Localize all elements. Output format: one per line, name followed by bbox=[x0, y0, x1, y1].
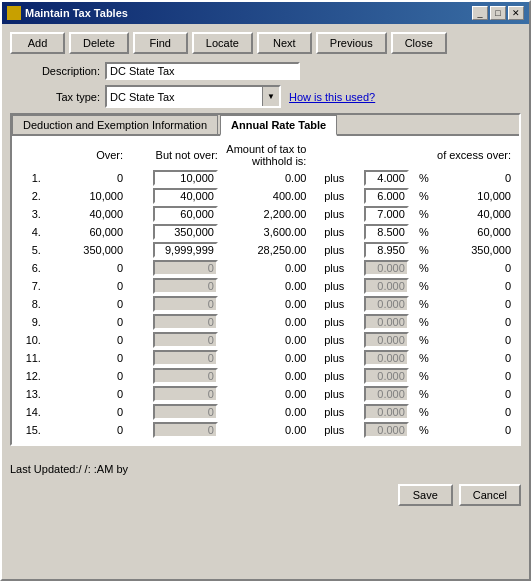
plus-label: plus bbox=[309, 313, 347, 331]
over-value: 0 bbox=[44, 421, 126, 439]
rate-input[interactable] bbox=[364, 224, 409, 240]
row-number: 1. bbox=[17, 169, 44, 187]
percent-sign: % bbox=[412, 241, 432, 259]
table-row: 1. 0 0.00 plus % 0 bbox=[17, 169, 514, 187]
excess-value: 0 bbox=[432, 259, 514, 277]
previous-button[interactable]: Previous bbox=[316, 32, 387, 54]
plus-label: plus bbox=[309, 259, 347, 277]
over-value: 0 bbox=[44, 331, 126, 349]
rate-table: Over: But not over: Amount of tax to wit… bbox=[17, 141, 514, 439]
plus-label: plus bbox=[309, 421, 347, 439]
percent-sign: % bbox=[412, 385, 432, 403]
plus-label: plus bbox=[309, 187, 347, 205]
but-not-input[interactable] bbox=[153, 242, 218, 258]
plus-label: plus bbox=[309, 367, 347, 385]
but-not-input[interactable] bbox=[153, 206, 218, 222]
tab-rate[interactable]: Annual Rate Table bbox=[220, 115, 337, 136]
col-num-header bbox=[17, 141, 44, 169]
over-value: 40,000 bbox=[44, 205, 126, 223]
excess-value: 40,000 bbox=[432, 205, 514, 223]
footer-buttons: Save Cancel bbox=[2, 479, 529, 511]
row-number: 10. bbox=[17, 331, 44, 349]
app-icon bbox=[7, 6, 21, 20]
window-controls: _ □ ✕ bbox=[472, 6, 524, 20]
find-button[interactable]: Find bbox=[133, 32, 188, 54]
locate-button[interactable]: Locate bbox=[192, 32, 253, 54]
but-not-input[interactable] bbox=[153, 224, 218, 240]
but-not-input bbox=[153, 296, 218, 312]
delete-button[interactable]: Delete bbox=[69, 32, 129, 54]
status-bar: Last Updated: / / : : AM by bbox=[2, 459, 529, 479]
minimize-button[interactable]: _ bbox=[472, 6, 488, 20]
description-row: Description: bbox=[10, 62, 521, 80]
rate-input bbox=[364, 332, 409, 348]
over-value: 0 bbox=[44, 169, 126, 187]
row-number: 8. bbox=[17, 295, 44, 313]
but-not-input[interactable] bbox=[153, 170, 218, 186]
excess-value: 0 bbox=[432, 169, 514, 187]
table-row: 8. 0 0.00 plus % 0 bbox=[17, 295, 514, 313]
rate-input bbox=[364, 260, 409, 276]
table-row: 7. 0 0.00 plus % 0 bbox=[17, 277, 514, 295]
description-input[interactable] bbox=[105, 62, 300, 80]
tab-deduction[interactable]: Deduction and Exemption Information bbox=[12, 115, 218, 134]
row-number: 15. bbox=[17, 421, 44, 439]
col-rate-header bbox=[347, 141, 411, 169]
percent-sign: % bbox=[412, 223, 432, 241]
table-row: 5. 350,000 28,250.00 plus % 350,000 bbox=[17, 241, 514, 259]
select-arrow-icon[interactable]: ▼ bbox=[262, 87, 279, 106]
toolbar: Add Delete Find Locate Next Previous Clo… bbox=[10, 32, 521, 54]
percent-sign: % bbox=[412, 403, 432, 421]
percent-sign: % bbox=[412, 277, 432, 295]
percent-sign: % bbox=[412, 187, 432, 205]
percent-sign: % bbox=[412, 313, 432, 331]
rate-input[interactable] bbox=[364, 206, 409, 222]
table-row: 3. 40,000 2,200.00 plus % 40,000 bbox=[17, 205, 514, 223]
col-pct-header bbox=[412, 141, 432, 169]
save-button[interactable]: Save bbox=[398, 484, 453, 506]
cancel-button[interactable]: Cancel bbox=[459, 484, 521, 506]
row-number: 11. bbox=[17, 349, 44, 367]
rate-input[interactable] bbox=[364, 242, 409, 258]
table-row: 15. 0 0.00 plus % 0 bbox=[17, 421, 514, 439]
rate-input bbox=[364, 278, 409, 294]
last-updated-by: by bbox=[116, 463, 128, 475]
plus-label: plus bbox=[309, 169, 347, 187]
close-button[interactable]: ✕ bbox=[508, 6, 524, 20]
title-bar: Maintain Tax Tables _ □ ✕ bbox=[2, 2, 529, 24]
rate-input[interactable] bbox=[364, 170, 409, 186]
over-value: 0 bbox=[44, 313, 126, 331]
add-button[interactable]: Add bbox=[10, 32, 65, 54]
excess-value: 0 bbox=[432, 385, 514, 403]
rate-input bbox=[364, 422, 409, 438]
table-row: 13. 0 0.00 plus % 0 bbox=[17, 385, 514, 403]
over-value: 0 bbox=[44, 349, 126, 367]
row-number: 6. bbox=[17, 259, 44, 277]
restore-button[interactable]: □ bbox=[490, 6, 506, 20]
row-number: 5. bbox=[17, 241, 44, 259]
window-title: Maintain Tax Tables bbox=[25, 7, 128, 19]
last-updated-time: : : bbox=[88, 463, 97, 475]
excess-value: 10,000 bbox=[432, 187, 514, 205]
rate-input bbox=[364, 386, 409, 402]
col-amount-header: Amount of tax to withhold is: bbox=[221, 141, 310, 169]
over-value: 0 bbox=[44, 385, 126, 403]
tax-type-label: Tax type: bbox=[10, 91, 100, 103]
but-not-input[interactable] bbox=[153, 188, 218, 204]
close-toolbar-button[interactable]: Close bbox=[391, 32, 447, 54]
last-updated-label: Last Updated: bbox=[10, 463, 79, 475]
percent-sign: % bbox=[412, 331, 432, 349]
excess-value: 60,000 bbox=[432, 223, 514, 241]
tax-type-select[interactable]: DC State Tax bbox=[107, 90, 262, 104]
over-value: 350,000 bbox=[44, 241, 126, 259]
next-button[interactable]: Next bbox=[257, 32, 312, 54]
how-is-used-link[interactable]: How is this used? bbox=[289, 91, 375, 103]
but-not-input bbox=[153, 314, 218, 330]
plus-label: plus bbox=[309, 385, 347, 403]
window-content: Add Delete Find Locate Next Previous Clo… bbox=[2, 24, 529, 454]
but-not-input bbox=[153, 350, 218, 366]
over-value: 10,000 bbox=[44, 187, 126, 205]
rate-input[interactable] bbox=[364, 188, 409, 204]
tab-container: Deduction and Exemption Information Annu… bbox=[10, 113, 521, 446]
plus-label: plus bbox=[309, 223, 347, 241]
